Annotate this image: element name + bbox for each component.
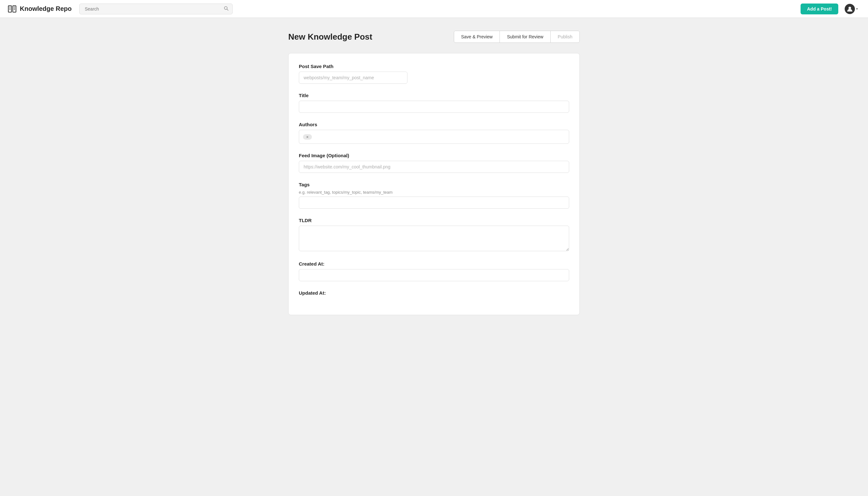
publish-button[interactable]: Publish — [551, 31, 579, 43]
post-save-path-input[interactable] — [299, 72, 407, 84]
page-title: New Knowledge Post — [288, 32, 372, 42]
brand-logo[interactable]: Knowledge Repo — [8, 4, 72, 13]
svg-rect-0 — [8, 6, 12, 12]
add-post-button[interactable]: Add a Post! — [801, 3, 838, 14]
updated-at-label: Updated At: — [299, 290, 569, 296]
user-menu[interactable]: ▾ — [842, 3, 860, 15]
authors-label: Authors — [299, 122, 569, 127]
title-group: Title — [299, 93, 569, 113]
title-label: Title — [299, 93, 569, 98]
created-at-input[interactable]: 2020-05-31 — [299, 269, 569, 281]
feed-image-group: Feed Image (Optional) — [299, 153, 569, 173]
avatar — [845, 4, 855, 14]
search-wrapper — [79, 3, 233, 14]
brand-name: Knowledge Repo — [20, 5, 72, 13]
page-header: New Knowledge Post Save & Preview Submit… — [288, 31, 580, 43]
title-input[interactable] — [299, 101, 569, 113]
submit-for-review-button[interactable]: Submit for Review — [500, 31, 551, 43]
main-content: New Knowledge Post Save & Preview Submit… — [281, 31, 587, 315]
author-tag-remove-button[interactable]: × — [306, 135, 309, 139]
authors-group: Authors × — [299, 122, 569, 144]
save-preview-button[interactable]: Save & Preview — [454, 31, 500, 43]
tags-input[interactable] — [299, 197, 569, 209]
post-save-path-label: Post Save Path — [299, 64, 569, 69]
authors-field[interactable]: × — [299, 130, 569, 144]
action-buttons: Save & Preview Submit for Review Publish — [454, 31, 580, 43]
navbar-right: Add a Post! ▾ — [801, 3, 860, 15]
tldr-label: TLDR — [299, 218, 569, 223]
search-input[interactable] — [79, 3, 233, 14]
updated-at-group: Updated At: — [299, 290, 569, 296]
feed-image-label: Feed Image (Optional) — [299, 153, 569, 158]
tldr-textarea[interactable] — [299, 226, 569, 251]
user-dropdown-arrow: ▾ — [856, 7, 858, 11]
post-save-path-group: Post Save Path — [299, 64, 569, 84]
tags-group: Tags e.g. relevant_tag, topics/my_topic,… — [299, 182, 569, 209]
created-at-label: Created At: — [299, 261, 569, 266]
created-at-group: Created At: 2020-05-31 — [299, 261, 569, 281]
feed-image-input[interactable] — [299, 161, 569, 173]
tags-hint: e.g. relevant_tag, topics/my_topic, team… — [299, 190, 569, 195]
svg-rect-1 — [13, 6, 16, 12]
form-section: Post Save Path Title Authors × Feed Imag… — [288, 53, 580, 315]
svg-point-10 — [849, 7, 851, 9]
tags-label: Tags — [299, 182, 569, 187]
brand-icon — [8, 4, 17, 13]
author-tag: × — [303, 134, 312, 140]
authors-text-input[interactable] — [314, 134, 565, 139]
navbar: Knowledge Repo Add a Post! ▾ — [0, 0, 868, 18]
tldr-group: TLDR — [299, 218, 569, 252]
